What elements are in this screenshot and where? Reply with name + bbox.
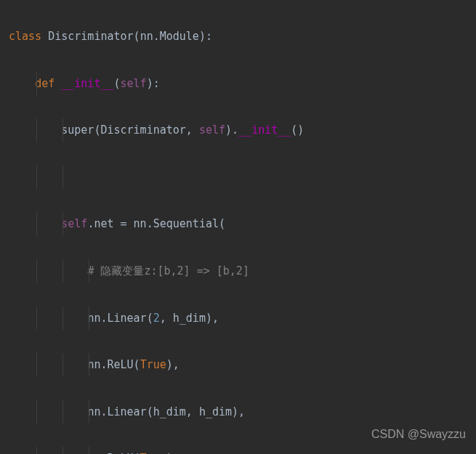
code-line: self.net = nn.Sequential( (0, 212, 476, 235)
code-line: nn.Linear(h_dim, h_dim), (0, 400, 476, 423)
code-line: # 隐藏变量z:[b,2] => [b,2] (0, 259, 476, 283)
code-line: class Discriminator(nn.Module): (0, 25, 476, 48)
keyword-class: class (9, 30, 41, 43)
code-line: nn.ReLU(True), (0, 353, 476, 376)
code-line: super(Discriminator, self).__init__() (0, 118, 476, 142)
code-line: nn.ReLU(True), (0, 447, 476, 454)
dunder-init: __init__ (61, 77, 113, 90)
class-name: Discriminator (48, 30, 133, 43)
keyword-def: def (35, 77, 55, 90)
watermark: CSDN @Swayzzu (371, 422, 466, 447)
code-line: nn.Linear(2, h_dim), (0, 307, 476, 330)
self-param: self (121, 77, 147, 90)
code-editor[interactable]: class Discriminator(nn.Module): def __in… (0, 0, 476, 454)
code-line (0, 166, 476, 189)
comment: # 隐藏变量z:[b,2] => [b,2] (87, 264, 249, 277)
code-line: def __init__(self): (0, 72, 476, 95)
